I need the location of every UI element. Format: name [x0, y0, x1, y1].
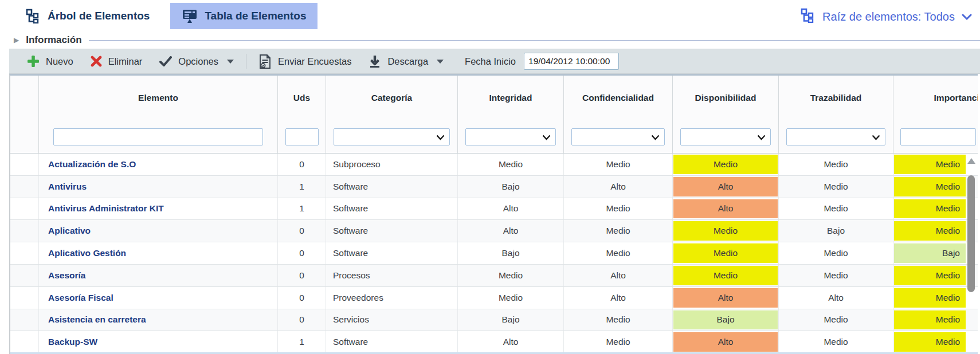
selector-cell: [10, 198, 39, 220]
selector-cell: [10, 331, 39, 353]
integridad-filter-select[interactable]: [465, 128, 556, 145]
element-link[interactable]: Aplicativo Gestión: [48, 248, 126, 258]
table-row[interactable]: Antivirus1SoftwareBajoAltoAltoMedioMedio: [10, 176, 978, 198]
elemento-filter-input[interactable]: [53, 128, 263, 145]
importancia-cell: Medio: [893, 198, 978, 220]
table-row[interactable]: Aplicativo0SoftwareAltoMedioMedioBajoMed…: [10, 220, 978, 242]
confidencialidad-cell: Alto: [564, 176, 673, 198]
trazabilidad-cell: Medio: [779, 309, 893, 331]
categoria-filter-select[interactable]: [334, 128, 450, 145]
uds-cell: 0: [278, 154, 326, 175]
tab-arbol-de-elementos[interactable]: Árbol de Elementos: [14, 3, 161, 29]
column-header-importancia[interactable]: Importancia: [893, 76, 978, 120]
section-rule: [89, 40, 980, 41]
root-elements-selector[interactable]: Raíz de elementos: Todos: [801, 8, 972, 26]
element-link[interactable]: Asistencia en carretera: [48, 314, 146, 325]
trazabilidad-cell: Medio: [779, 242, 893, 264]
level-badge: Medio: [894, 332, 966, 352]
table-row[interactable]: Antivirus Administrator KIT1SoftwareAlto…: [10, 198, 978, 221]
level-badge: Alto: [673, 288, 778, 308]
send-surveys-button[interactable]: Enviar Encuestas: [250, 49, 360, 73]
elemento-cell: Actualización de S.O: [39, 154, 278, 175]
importancia-cell: Medio: [893, 265, 978, 286]
scrollbar-up-arrow-icon[interactable]: [967, 158, 975, 164]
level-badge: Medio: [894, 266, 966, 285]
integridad-cell: Bajo: [458, 242, 564, 264]
importancia-filter-input[interactable]: [900, 128, 976, 145]
start-date-input[interactable]: [524, 53, 619, 70]
download-arrow-icon: [369, 54, 381, 68]
element-link[interactable]: Antivirus: [48, 182, 87, 192]
level-badge: Alto: [673, 332, 778, 352]
column-header-elemento[interactable]: Elemento: [39, 76, 278, 120]
level-badge: Medio: [894, 310, 966, 330]
tab-tabla-de-elementos[interactable]: Tabla de Elementos: [170, 3, 317, 29]
level-badge: Bajo: [673, 310, 778, 330]
table-row[interactable]: Actualización de S.O0SubprocesoMedioMedi…: [10, 154, 978, 176]
chevron-down-icon: [651, 135, 660, 140]
importancia-cell: Medio: [893, 220, 978, 242]
plus-icon: [27, 55, 40, 68]
new-button[interactable]: Nuevo: [18, 49, 82, 73]
disponibilidad-cell: Medio: [673, 154, 779, 175]
elemento-cell: Antivirus: [39, 176, 278, 198]
table-row[interactable]: Asistencia en carretera0ServiciosBajoMed…: [10, 309, 978, 332]
categoria-cell: Servicios: [326, 309, 458, 331]
table-row[interactable]: Aplicativo Gestión0SoftwareBajoMedioMedi…: [10, 242, 978, 265]
element-link[interactable]: Antivirus Administrator KIT: [48, 203, 164, 214]
column-header-disponibilidad[interactable]: Disponibilidad: [673, 76, 779, 120]
uds-filter-input[interactable]: [285, 128, 319, 145]
integridad-cell: Medio: [458, 265, 564, 286]
confidencialidad-filter-select[interactable]: [571, 128, 665, 145]
categoria-cell: Procesos: [326, 265, 458, 286]
column-header-integridad[interactable]: Integridad: [458, 76, 564, 120]
options-button[interactable]: Opciones: [151, 49, 242, 73]
element-link[interactable]: Aplicativo: [48, 226, 91, 236]
column-header-uds[interactable]: Uds: [278, 76, 326, 120]
uds-cell: 1: [278, 198, 326, 220]
chevron-down-icon: [542, 135, 551, 140]
confidencialidad-cell: Medio: [564, 198, 673, 220]
trazabilidad-filter-select[interactable]: [786, 128, 885, 145]
column-header-confidencialidad[interactable]: Confidencialidad: [564, 76, 673, 120]
confidencialidad-cell: Medio: [564, 309, 673, 331]
element-link[interactable]: Backup-SW: [48, 337, 97, 347]
section-title: Información: [26, 34, 81, 46]
column-header-categoria[interactable]: Categoría: [326, 76, 458, 120]
chevron-down-icon: [872, 135, 880, 140]
table-row[interactable]: Backup-SW1SoftwareAltoMedioAltoMedioMedi…: [10, 331, 978, 353]
table-row[interactable]: Asesoría Fiscal0ProveedoresMedioAltoAlto…: [10, 287, 978, 309]
selector-cell: [10, 176, 39, 198]
element-link[interactable]: Asesoría: [48, 270, 85, 281]
informacion-section-header: ▶ Información: [0, 32, 980, 49]
uds-cell: 0: [278, 242, 326, 264]
collapse-triangle-icon[interactable]: ▶: [14, 37, 19, 44]
scrollbar-thumb[interactable]: [967, 175, 975, 292]
elemento-cell: Asesoría Fiscal: [39, 287, 278, 309]
element-link[interactable]: Actualización de S.O: [48, 159, 136, 170]
selector-cell: [10, 287, 39, 309]
integridad-cell: Bajo: [458, 309, 564, 331]
vertical-scrollbar[interactable]: [967, 157, 975, 353]
top-tab-bar: Árbol de Elementos Tabla de Elementos Ra…: [0, 0, 980, 32]
root-selector-label: Raíz de elementos: Todos: [822, 10, 955, 23]
table-row[interactable]: Asesoría0ProcesosMedioAltoMedioMedioMedi…: [10, 265, 978, 287]
disponibilidad-cell: Medio: [673, 242, 779, 264]
confidencialidad-cell: Medio: [564, 154, 673, 175]
elemento-cell: Antivirus Administrator KIT: [39, 198, 278, 220]
survey-document-icon: [258, 54, 272, 69]
importancia-cell: Bajo: [893, 242, 978, 264]
column-header-trazabilidad[interactable]: Trazabilidad: [779, 76, 893, 120]
element-link[interactable]: Asesoría Fiscal: [48, 293, 113, 303]
level-badge: Alto: [673, 177, 778, 196]
elements-table: Elemento Uds Categoría Integridad Confid…: [9, 74, 978, 354]
delete-button[interactable]: Eliminar: [82, 49, 151, 73]
grid-toolbar: Nuevo Eliminar Opciones Enviar Encuestas…: [9, 49, 980, 74]
selector-cell: [10, 154, 39, 175]
download-button[interactable]: Descarga: [360, 49, 452, 73]
check-icon: [159, 56, 172, 66]
elemento-cell: Asistencia en carretera: [39, 309, 278, 331]
disponibilidad-filter-select[interactable]: [680, 128, 771, 145]
disponibilidad-cell: Bajo: [673, 309, 779, 331]
chevron-down-icon: [962, 14, 972, 21]
